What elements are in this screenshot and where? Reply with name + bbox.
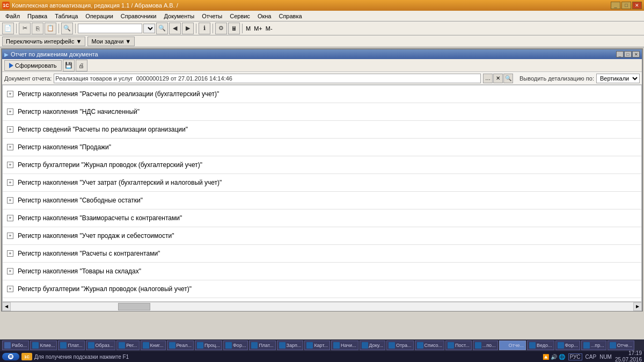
register-row[interactable]: +Регистр накопления "Продажи"	[3, 139, 641, 156]
menu-item-правка[interactable]: Правка	[24, 12, 50, 20]
taskbar-item[interactable]: Пост...	[445, 341, 472, 350]
sub-close-btn[interactable]: ✕	[632, 51, 640, 57]
sub-maximize-btn[interactable]: □	[624, 51, 632, 57]
scroll-track[interactable]	[11, 302, 633, 311]
detail-select[interactable]: Вертикали	[596, 74, 640, 83]
taskbar-item[interactable]: Фор...	[223, 341, 248, 350]
expand-btn[interactable]: +	[7, 197, 13, 204]
expand-btn[interactable]: +	[7, 162, 13, 168]
register-row[interactable]: +Регистр накопления "Свободные остатки"	[3, 192, 641, 209]
scroll-left-btn[interactable]: ◀	[2, 302, 11, 311]
expand-btn[interactable]: +	[7, 286, 13, 292]
menu-item-таблица[interactable]: Таблица	[52, 12, 81, 20]
cut-btn[interactable]: ✂	[19, 23, 31, 34]
register-row[interactable]: +Регистр накопления "Товары организаций"	[3, 298, 641, 302]
register-row[interactable]: +Регистр накопления "Учет затрат (бухгал…	[3, 174, 641, 192]
menu-item-окна[interactable]: Окна	[254, 12, 275, 20]
settings-btn[interactable]: ⚙	[215, 23, 227, 34]
taskbar-item[interactable]: Карт...	[304, 341, 330, 350]
fwd-btn[interactable]: ▶	[182, 23, 194, 34]
menu-item-справка[interactable]: Справка	[275, 12, 305, 20]
taskbar-item[interactable]: Рег...	[116, 341, 139, 350]
calc-btn[interactable]: 🖩	[228, 23, 240, 34]
menu-item-справочники[interactable]: Справочники	[118, 12, 160, 20]
doc-clear-btn[interactable]: ✕	[493, 74, 503, 83]
taskbar-item[interactable]: Отра...	[386, 341, 414, 350]
search-input[interactable]	[78, 24, 142, 33]
doc-ellipsis-btn[interactable]: …	[483, 74, 493, 83]
print-btn[interactable]: 🖨	[76, 60, 87, 71]
taskbar-item[interactable]: Ведо...	[527, 341, 554, 350]
save-report-btn[interactable]: 💾	[63, 60, 75, 71]
close-button[interactable]: ✕	[632, 2, 642, 9]
search-select[interactable]	[143, 24, 155, 33]
minimize-button[interactable]: _	[611, 2, 620, 9]
register-row[interactable]: +Регистр накопления "Расчеты по реализац…	[3, 85, 641, 103]
switch-interface-btn[interactable]: Переключить интерфейс ▼	[2, 37, 85, 46]
expand-btn[interactable]: +	[7, 126, 13, 133]
maximize-button[interactable]: □	[621, 2, 631, 9]
expand-btn[interactable]: +	[7, 215, 13, 221]
taskbar-item[interactable]: Реал...	[167, 341, 194, 350]
info-btn[interactable]: ℹ	[199, 23, 210, 34]
taskbar-item[interactable]: Проц...	[195, 341, 222, 350]
paste-btn[interactable]: 📋	[45, 23, 56, 34]
register-row[interactable]: +Регистр накопления "Товары на складах"	[3, 263, 641, 280]
menu-item-операции[interactable]: Операции	[82, 12, 116, 20]
doc-field[interactable]	[54, 74, 481, 83]
taskbar-item-icon	[32, 342, 39, 349]
doc-label: Документ отчета:	[4, 75, 52, 82]
register-row[interactable]: +Регистр накопления "Учет продаж и себес…	[3, 227, 641, 245]
new-btn[interactable]: 📄	[2, 23, 14, 34]
taskbar-item[interactable]: Списо...	[415, 341, 445, 350]
taskbar-item[interactable]: Начи...	[331, 341, 358, 350]
menu-item-документы[interactable]: Документы	[160, 12, 197, 20]
scroll-right-btn[interactable]: ▶	[633, 302, 642, 311]
expand-btn[interactable]: +	[7, 144, 13, 150]
sub-minimize-btn[interactable]: _	[616, 51, 624, 57]
horizontal-scrollbar[interactable]: ◀ ▶	[2, 302, 642, 310]
expand-btn[interactable]: +	[7, 268, 13, 274]
taskbar-item[interactable]: Клие...	[30, 341, 57, 350]
taskbar-item-label: Фор...	[233, 343, 246, 348]
taskbar-item[interactable]: Отче...	[499, 341, 526, 350]
register-row[interactable]: +Регистр сведений "Расчеты по реализации…	[3, 121, 641, 139]
doc-find-btn[interactable]: 🔍	[503, 74, 513, 83]
taskbar-item[interactable]: Доку...	[360, 341, 385, 350]
taskbar-item[interactable]: Отче...	[608, 341, 634, 350]
taskbar-item[interactable]: Книг...	[141, 341, 166, 350]
taskbar-item[interactable]: ...пр...	[581, 341, 606, 350]
expand-btn[interactable]: +	[7, 250, 13, 257]
taskbar-item[interactable]: Образ...	[86, 341, 116, 350]
expand-btn[interactable]: +	[7, 179, 13, 186]
register-row[interactable]: +Регистр накопления "НДС начисленный"	[3, 103, 641, 121]
start-button[interactable]: ⊞	[2, 353, 19, 360]
form-button[interactable]: Сформировать	[4, 60, 62, 71]
register-row[interactable]: +Регистр накопления "Взаиморасчеты с кон…	[3, 209, 641, 227]
back-btn[interactable]: ◀	[169, 23, 181, 34]
taskbar-item[interactable]: Плат...	[58, 341, 84, 350]
menu-item-отчеты[interactable]: Отчеты	[199, 12, 225, 20]
register-row[interactable]: +Регистр бухгалтерии "Журнал проводок (б…	[3, 156, 641, 174]
expand-btn[interactable]: +	[7, 91, 13, 97]
taskbar-item[interactable]: ...по...	[473, 341, 498, 350]
search-go-btn[interactable]: 🔍	[156, 23, 168, 34]
expand-btn[interactable]: +	[7, 233, 13, 239]
register-row[interactable]: +Регистр накопления "Расчеты с контраген…	[3, 245, 641, 263]
taskbar-item[interactable]: Зарп...	[277, 341, 304, 350]
taskbar-item[interactable]: Плат...	[249, 341, 275, 350]
menu-item-файл[interactable]: Файл	[2, 12, 23, 20]
content-area[interactable]: +Регистр накопления "Расчеты по реализац…	[2, 85, 642, 302]
scroll-thumb[interactable]	[118, 303, 150, 310]
task-strip: Переключить интерфейс ▼ Мои задачи ▼	[0, 35, 644, 47]
find-btn[interactable]: 🔍	[61, 23, 73, 34]
taskbar-item[interactable]: Рабо...	[2, 341, 29, 350]
my-tasks-btn[interactable]: Мои задачи ▼	[87, 37, 135, 46]
copy-btn[interactable]: ⎘	[32, 23, 43, 34]
taskbar-item-label: Списо...	[425, 343, 443, 348]
register-row[interactable]: +Регистр бухгалтерии "Журнал проводок (н…	[3, 280, 641, 298]
menu-item-сервис[interactable]: Сервис	[226, 12, 253, 20]
register-text: Регистр накопления "Товары на складах"	[18, 267, 141, 275]
expand-btn[interactable]: +	[7, 108, 13, 115]
taskbar-item[interactable]: Фор...	[555, 341, 580, 350]
